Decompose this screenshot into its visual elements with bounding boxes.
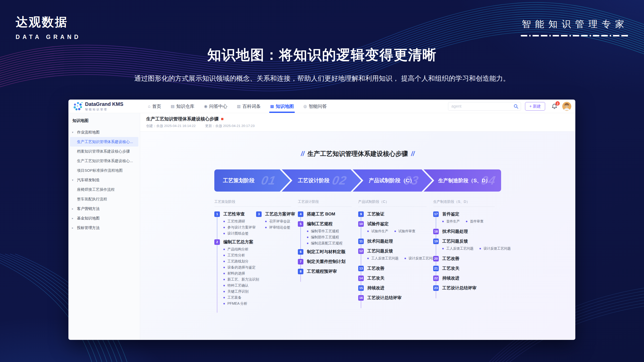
bullet-dot-icon bbox=[307, 237, 308, 238]
app-logo-icon bbox=[73, 102, 83, 111]
page-background: 达观数据 DATA GRAND 智能知识管理专家 知识地图：将知识的逻辑变得更清… bbox=[0, 0, 644, 362]
sidebar: 知识地图 ▾ 作业流程地图 生产工艺知识管理体系建设核心... 档案知识管理体系… bbox=[68, 113, 140, 340]
map-node: 14 工艺攻关 bbox=[358, 275, 436, 282]
tagline-block: 智能知识管理专家 bbox=[521, 18, 628, 36]
item-group: 3 工艺总方案评审 bbox=[256, 211, 295, 309]
app-brand-text: DataGrand KMS 智能知识管理 bbox=[85, 101, 123, 111]
map-node-head[interactable]: 21 工艺攻关 bbox=[433, 265, 511, 271]
map-node-head[interactable]: 20 工艺改善 bbox=[433, 256, 511, 261]
step-title: 工艺问题反馈 bbox=[367, 248, 393, 254]
bullet-dot-icon bbox=[223, 303, 225, 304]
app-brand-subtitle: 智能知识管理 bbox=[85, 108, 123, 111]
sidebar-title: 知识地图 bbox=[68, 115, 140, 126]
map-node-head[interactable]: 14 工艺攻关 bbox=[358, 275, 436, 281]
smart-qa-icon: ◎ bbox=[303, 104, 307, 109]
tree-row[interactable]: 生产工艺知识管理体系建设核心... bbox=[68, 156, 140, 166]
map-node-head[interactable]: 22 持续改进 bbox=[433, 275, 511, 281]
bullet-label: 评审结论会签 bbox=[269, 225, 290, 230]
step-title: 首件鉴定 bbox=[442, 211, 459, 217]
bullet-dot-icon bbox=[223, 249, 225, 250]
notifications-bell[interactable]: 2 bbox=[550, 102, 559, 111]
bullet-item: 编制总装配工艺规程 bbox=[307, 241, 345, 246]
map-node-head[interactable]: 13 工艺改善 bbox=[358, 265, 436, 271]
map-node-head[interactable]: 18 技术问题处理 bbox=[433, 229, 511, 234]
nav-item[interactable]: ▥ 百科词条 bbox=[237, 100, 261, 113]
doc-title: 生产工艺知识管理体系建设核心步骤 bbox=[146, 116, 219, 122]
stage-number-watermark: 02 bbox=[331, 173, 348, 187]
map-node-head[interactable]: 3 工艺总方案评审 bbox=[256, 211, 295, 217]
tree-row[interactable]: 座椅焊接工艺操作流程 bbox=[68, 185, 140, 194]
tree-row[interactable]: 档案知识管理体系建设核心步骤 bbox=[68, 147, 140, 156]
nav-item[interactable]: ◉ 问答中心 bbox=[204, 100, 227, 113]
step-title: 工艺攻关 bbox=[442, 265, 459, 271]
bullet-label: 材料的选择 bbox=[227, 271, 245, 276]
bullet-label: PFMEA 分析 bbox=[227, 301, 247, 306]
step-bullets: 工人反馈工艺问题 设计反馈工艺问题 bbox=[367, 254, 436, 262]
bullet-item: 设计反馈工艺问题 bbox=[479, 246, 511, 251]
content-area: 生产工艺知识管理体系建设核心步骤 创建：余放 2025-04-21 16:14:… bbox=[140, 113, 575, 340]
map-node-head[interactable]: 17 首件鉴定 bbox=[433, 211, 511, 217]
nav-item[interactable]: ◎ 智能问答 bbox=[303, 100, 327, 113]
search-icon[interactable] bbox=[513, 104, 518, 109]
map-node: 15 持续改进 bbox=[358, 285, 436, 292]
tree-row[interactable]: ▸ 基金知识地图 bbox=[68, 213, 140, 223]
map-node-head[interactable]: 16 工艺设计总结评审 bbox=[358, 295, 436, 301]
tree-row[interactable]: ▸ 客户营销方法 bbox=[68, 204, 140, 213]
bullet-item: 工艺性分析 bbox=[223, 253, 256, 258]
map-node-head[interactable]: 2 编制工艺总方案 bbox=[214, 239, 256, 245]
stage-label: 工艺设计阶段 bbox=[298, 177, 330, 184]
map-node-head[interactable]: 7 制定关重件控制计划 bbox=[298, 259, 345, 264]
avatar[interactable] bbox=[562, 102, 571, 111]
bullet-label: 特种工艺确认 bbox=[227, 283, 249, 288]
map-node-head[interactable]: 5 编制工艺规程 bbox=[298, 221, 345, 227]
step-number-badge: 19 bbox=[433, 239, 439, 244]
map-node-head[interactable]: 8 工艺规程预评审 bbox=[298, 268, 345, 274]
avatar-image bbox=[562, 102, 571, 111]
stage-segment: 产品试制阶段（C） 03 bbox=[353, 169, 432, 192]
map-node-head[interactable]: 4 搭建工艺 BOM bbox=[298, 211, 345, 217]
map-node: 9 工艺验证 bbox=[358, 211, 436, 218]
app-brand[interactable]: DataGrand KMS 智能知识管理 bbox=[68, 101, 142, 111]
bullet-item: 工艺性调研 bbox=[223, 219, 256, 224]
bullet-label: 产品结构分析 bbox=[227, 247, 249, 252]
step-title: 工艺总方案评审 bbox=[265, 211, 295, 217]
map-heading: //生产工艺知识管理体系建设核心步骤// bbox=[140, 150, 575, 158]
step-title: 持续改进 bbox=[367, 285, 384, 291]
tree-row[interactable]: 整车装配执行流程 bbox=[68, 194, 140, 204]
item-list: 9 工艺验证 bbox=[358, 211, 436, 301]
tree-item-label: 客户营销方法 bbox=[77, 206, 100, 211]
nav-item-label: 知识地图 bbox=[276, 103, 294, 109]
new-button[interactable]: + 新建 bbox=[525, 102, 545, 111]
notification-badge: 2 bbox=[555, 101, 560, 106]
map-node-head[interactable]: 10 试验件鉴定 bbox=[358, 221, 436, 227]
brand-logo: 达观数据 DATA GRAND bbox=[16, 14, 81, 40]
step-title: 工艺性审查 bbox=[223, 211, 245, 217]
column-groups: 4 搭建工艺 BOM bbox=[298, 211, 358, 278]
map-node-head[interactable]: 6 制定工时与材料定额 bbox=[298, 249, 345, 255]
tree-row[interactable]: ▾ 作业流程地图 bbox=[68, 127, 140, 137]
map-node-head[interactable]: 19 工艺问题反馈 bbox=[433, 238, 511, 244]
map-node-head[interactable]: 12 工艺问题反馈 bbox=[358, 248, 436, 254]
tree-row[interactable]: 生产工艺知识管理体系建设核心... bbox=[70, 137, 138, 147]
tree-row[interactable]: 项目SOP标准操作流程地图 bbox=[68, 166, 140, 175]
bullet-label: 工艺装备 bbox=[227, 295, 242, 300]
nav-item[interactable]: ▤ 知识仓库 bbox=[171, 100, 194, 113]
map-node-head[interactable]: 15 持续改进 bbox=[358, 285, 436, 291]
map-node-head[interactable]: 9 工艺验证 bbox=[358, 211, 436, 217]
map-node-head[interactable]: 1 工艺性审查 bbox=[214, 211, 256, 217]
tree-row[interactable]: ▾ 汽车研发制造 bbox=[68, 175, 140, 185]
bullet-dot-icon bbox=[223, 279, 225, 280]
map-node-head[interactable]: 11 技术问题处理 bbox=[358, 238, 436, 244]
search-input[interactable] bbox=[448, 102, 521, 111]
bullet-item: PFMEA 分析 bbox=[223, 301, 256, 306]
tree-row[interactable]: ▸ 投标管理方法 bbox=[68, 223, 140, 233]
bullet-dot-icon bbox=[223, 267, 225, 268]
map-node-head[interactable]: 23 工艺设计总结评审 bbox=[433, 285, 511, 291]
bullet-dot-icon bbox=[466, 221, 467, 222]
item-list: 17 首件鉴定 bbox=[433, 211, 511, 292]
nav-item[interactable]: ⌂ 首页 bbox=[148, 100, 161, 113]
bullet-label: 召开评审会议 bbox=[269, 219, 290, 224]
bullet-label: 编制部件工艺规程 bbox=[311, 235, 339, 240]
nav-item[interactable]: ▩ 知识地图 bbox=[270, 100, 294, 113]
map-node: 17 首件鉴定 bbox=[433, 211, 511, 225]
